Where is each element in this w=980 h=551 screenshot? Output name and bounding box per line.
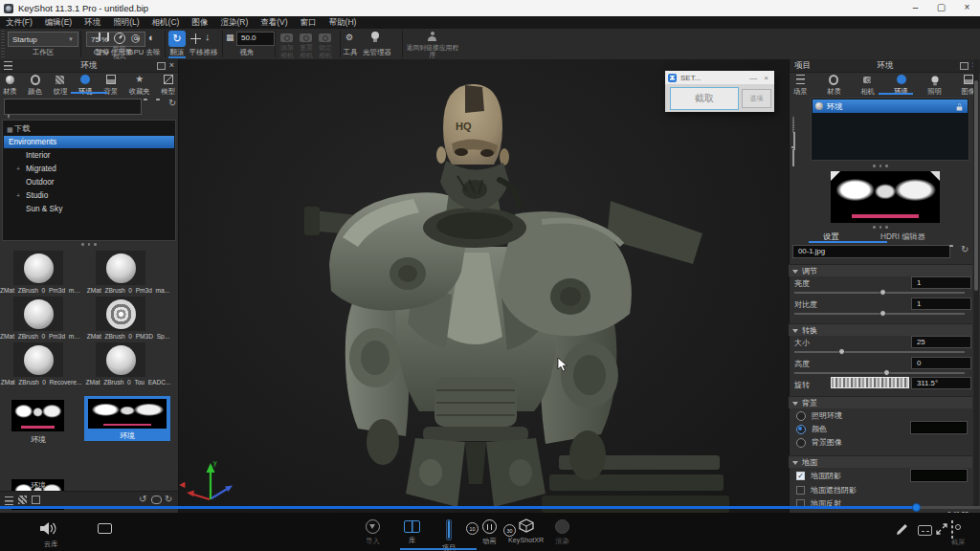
minimize-button[interactable]: – — [902, 0, 928, 16]
tree-item-studio[interactable]: +Studio — [4, 189, 174, 202]
reset-camera-icon[interactable] — [300, 33, 312, 42]
light-manager-icon[interactable] — [371, 32, 379, 39]
tree-item-sun-sky[interactable]: Sun & Sky — [4, 203, 174, 215]
screenshot-icon[interactable] — [951, 520, 953, 539]
material-thumb[interactable] — [96, 342, 145, 377]
list-view-icon[interactable] — [5, 496, 13, 505]
pause-icon[interactable] — [99, 33, 109, 41]
tab-models[interactable]: 模型 — [161, 75, 175, 97]
bg-lighting-option[interactable]: 照明环境 — [796, 410, 842, 421]
material-thumb[interactable] — [13, 251, 63, 285]
material-thumb[interactable] — [13, 342, 63, 377]
cloud-icon[interactable] — [151, 496, 162, 504]
bg-color-option[interactable]: 颜色 — [796, 424, 827, 434]
radio-selected-icon[interactable] — [796, 425, 806, 434]
capture-dialog-titlebar[interactable]: SET... — × — [665, 71, 774, 84]
environment-thumb[interactable] — [11, 400, 64, 431]
subtitles-icon[interactable] — [918, 525, 932, 536]
tab-colors[interactable]: 颜色 — [28, 75, 42, 97]
tab-favorites[interactable]: ★收藏夹 — [129, 75, 150, 97]
animation-button[interactable]: 动画 — [482, 519, 497, 546]
project-scrollbar[interactable] — [973, 59, 979, 507]
menu-camera[interactable]: 相机(C) — [152, 17, 180, 29]
tumble-icon[interactable]: ↻ — [168, 31, 186, 47]
tab-hdri-editor[interactable]: HDRI 编辑器 — [880, 231, 925, 242]
undock-icon[interactable] — [157, 62, 166, 70]
refresh-library-icon[interactable]: ↻ — [165, 495, 172, 504]
search-input[interactable] — [4, 99, 142, 115]
keyshotxr-button[interactable]: KeyShotXR — [508, 518, 544, 544]
add-camera-icon[interactable] — [280, 33, 293, 42]
capture-button[interactable]: 截取 — [670, 87, 739, 110]
ground-shadows-option[interactable]: 地面阴影 — [796, 471, 841, 481]
contrast-value[interactable]: 1 — [911, 298, 971, 310]
panel-collapse-arrow-icon[interactable]: ◀ — [179, 480, 185, 489]
pan-icon[interactable] — [190, 33, 201, 44]
tree-item-migrated[interactable]: +Migrated — [4, 163, 174, 175]
material-thumb[interactable] — [96, 251, 145, 285]
brightness-value[interactable]: 1 — [911, 276, 971, 289]
sync-icon[interactable]: ↺ — [139, 495, 146, 504]
section-ground[interactable]: 地面 — [789, 455, 972, 468]
material-thumb[interactable] — [96, 297, 145, 331]
tab-camera[interactable]: 相机 — [860, 75, 875, 97]
maximize-button[interactable]: ▢ — [928, 0, 954, 16]
tab-materials[interactable]: 材质 — [3, 75, 17, 97]
menu-view[interactable]: 查看(V) — [260, 17, 287, 29]
contrast-slider[interactable] — [794, 313, 965, 315]
tree-item-downloads[interactable]: ▦下载 — [4, 122, 174, 135]
tab-scene[interactable]: 场景 — [793, 75, 808, 97]
options-button[interactable]: 选项 — [742, 89, 771, 108]
material-thumb[interactable] — [13, 297, 63, 331]
environment-thumb-selected[interactable]: 环境 — [84, 396, 170, 441]
bg-image-option[interactable]: 背景图像 — [796, 437, 842, 448]
section-adjust[interactable]: 调节 — [789, 264, 972, 276]
viewport[interactable]: HQ y ◀ — [178, 59, 789, 513]
menu-lighting[interactable]: 照明(L) — [113, 17, 139, 29]
menu-window[interactable]: 窗口 — [301, 17, 317, 29]
return-link-icon[interactable] — [427, 32, 437, 42]
height-value[interactable]: 0 — [911, 357, 971, 369]
dialog-close-button[interactable]: × — [764, 74, 774, 82]
height-slider[interactable] — [794, 372, 965, 374]
size-slider[interactable] — [794, 351, 965, 353]
splitter-handle[interactable] — [0, 243, 178, 246]
gpu-icon[interactable]: ◎ — [131, 32, 141, 44]
lock-camera-icon[interactable] — [319, 33, 331, 42]
video-playhead[interactable] — [912, 503, 921, 512]
tools-icon[interactable]: ⚙ — [345, 33, 353, 42]
lock-icon[interactable] — [957, 106, 963, 110]
toolbar-grip[interactable] — [1, 31, 5, 57]
large-thumb-view-icon[interactable] — [32, 496, 40, 504]
section-background[interactable]: 背景 — [789, 396, 972, 408]
undock-icon[interactable] — [960, 62, 969, 70]
menu-image[interactable]: 图像 — [191, 17, 208, 29]
render-button[interactable]: 渲染 — [555, 519, 569, 546]
size-value[interactable]: 25 — [911, 336, 971, 348]
checkbox-checked-icon[interactable] — [796, 472, 805, 480]
checkbox-icon[interactable] — [796, 486, 805, 495]
menu-help[interactable]: 帮助(H) — [329, 17, 357, 29]
full-screen-icon[interactable] — [936, 523, 947, 535]
pencil-icon[interactable] — [896, 523, 908, 536]
menu-environment[interactable]: 环境 — [84, 17, 100, 29]
ground-occlusion-option[interactable]: 地面遮挡阴影 — [796, 485, 857, 496]
dialog-minimize-button[interactable]: — — [743, 74, 764, 82]
menu-edit[interactable]: 编辑(E) — [45, 17, 72, 29]
volume-icon[interactable] — [40, 521, 59, 536]
skip-back-icon[interactable]: 10 — [466, 522, 479, 535]
brightness-slider[interactable] — [794, 292, 965, 294]
tree-item-environments[interactable]: Environments — [4, 136, 174, 148]
import-button[interactable]: 导入 — [366, 519, 380, 546]
rotation-slider[interactable] — [831, 377, 909, 388]
splitter-handle[interactable] — [789, 226, 972, 229]
denoise-icon[interactable]: ◐ — [148, 32, 155, 43]
tree-item-outdoor[interactable]: Outdoor — [4, 176, 174, 188]
grid-view-icon[interactable] — [18, 496, 27, 504]
menu-file[interactable]: 文件(F) — [6, 17, 33, 29]
library-button[interactable]: 库 — [404, 520, 420, 545]
fov-input[interactable]: 50.0 — [236, 32, 275, 46]
menu-render[interactable]: 渲染(R) — [220, 17, 248, 29]
splitter-handle[interactable] — [789, 165, 972, 167]
environment-list-item[interactable]: 环境 — [813, 99, 968, 113]
